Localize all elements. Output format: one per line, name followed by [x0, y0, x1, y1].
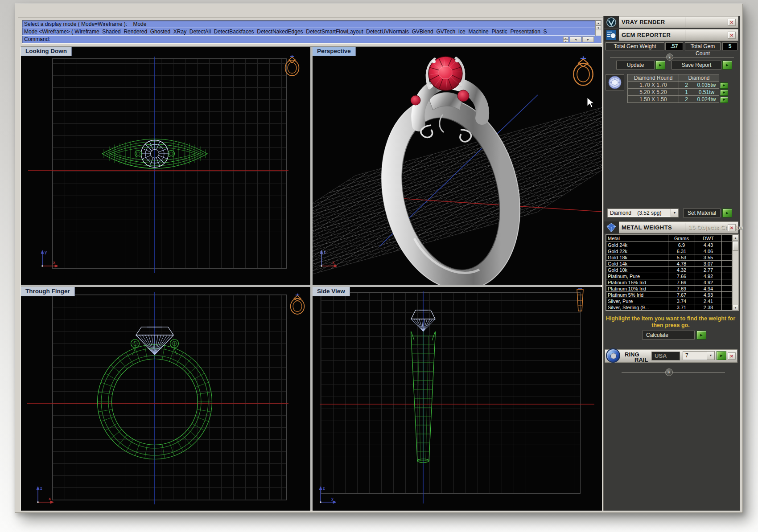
app-window: Select a display mode ( Mode=Wireframe )… [15, 4, 743, 513]
gem-count: 2 [679, 96, 694, 103]
vray-render-title: VRAY RENDER [619, 19, 665, 25]
gem-row-go-icon[interactable]: ► [720, 97, 728, 103]
metal-weights-row[interactable]: Platinum 5% Irid7.674.93 [606, 292, 732, 298]
metal-weights-row[interactable]: Gold 24k6.94.43 [606, 242, 732, 248]
vray-render-header: VRAY RENDER ✕ [604, 16, 738, 28]
command-area[interactable]: Select a display mode ( Mode=Wireframe )… [22, 20, 601, 43]
gem-table-row[interactable]: 1.70 X 1.7020.035tw► [628, 82, 729, 89]
svg-text:z: z [323, 486, 325, 491]
command-spinner[interactable]: ▲ ▼ [563, 37, 569, 42]
command-scrollbar[interactable]: ▲ ▼ [595, 20, 601, 36]
material-select-value: Diamond (3.52 spg) [608, 209, 671, 217]
total-gem-count-label: Total Gem Count [685, 42, 721, 50]
scroll-left-icon[interactable]: ◄ [570, 37, 581, 42]
viewport-label-looking-down[interactable]: Looking Down [21, 47, 72, 56]
vray-close-icon[interactable]: ✕ [728, 19, 736, 26]
metal-weights-row[interactable]: Silver, Pure3.742.41 [606, 298, 732, 304]
viewport-looking-down[interactable]: yx Looking Down [21, 47, 310, 285]
calculate-button[interactable]: Calculate [642, 331, 695, 340]
gem-reporter-title: GEM REPORTER [619, 32, 671, 38]
calculate-go-icon[interactable]: ► [696, 331, 706, 340]
collapse-toggle-icon[interactable]: ▲ [666, 53, 673, 61]
svg-text:z: z [324, 250, 326, 254]
gem-table-row[interactable]: 1.50 X 1.5020.024tw► [628, 96, 729, 103]
gem-reporter-close-icon[interactable]: ✕ [728, 32, 736, 39]
gem-weight: 0.024tw [694, 96, 719, 103]
wireframe-side-view: zy [313, 287, 602, 511]
viewport-perspective[interactable]: zx Perspective [313, 47, 602, 285]
save-report-go-icon[interactable]: ► [722, 61, 732, 70]
diamond-preview-icon [606, 74, 624, 90]
update-go-icon[interactable]: ► [655, 61, 665, 70]
scroll-right-icon[interactable]: ► [582, 37, 594, 42]
save-report-button[interactable]: Save Report [671, 61, 721, 70]
scrollbar-thumb[interactable] [733, 241, 738, 251]
view-ring-icon [285, 55, 299, 76]
svg-text:z: z [40, 486, 42, 491]
metal-weights-close-icon[interactable]: ✕ [728, 224, 736, 231]
metal-weights-table: Metal Grams DWT Gold 24k6.94.43Gold 22k6… [606, 235, 732, 311]
axis-indicator: zy [319, 486, 336, 503]
svg-text:x: x [332, 260, 334, 265]
side-gem-right [457, 90, 469, 102]
metal-weights-row[interactable]: Silver, Sterling (9...3.712.38 [606, 304, 732, 311]
command-history-line: Select a display mode ( Mode=Wireframe )… [22, 20, 601, 28]
ring-rail-icon [606, 348, 620, 363]
metal-table-scrollbar[interactable]: ▲ ▼ [732, 234, 739, 311]
viewport-label-side-view[interactable]: Side View [313, 287, 350, 296]
chevron-down-icon[interactable]: ▼ [707, 352, 714, 360]
viewport-side-view[interactable]: zy Side View [313, 287, 602, 511]
command-prompt[interactable]: Command: [22, 36, 601, 43]
gem-col-header-type: Diamond [679, 74, 719, 82]
ring-size-select[interactable]: 7 ▼ [683, 351, 715, 360]
screen: { "command": { "line1": "Select a displa… [0, 0, 758, 532]
ring-rail-close-icon[interactable]: ✕ [728, 352, 736, 360]
ring-size-value: 7 [683, 352, 707, 360]
metal-weights-row[interactable]: Gold 10k4.322.77 [606, 267, 732, 273]
metal-weights-row[interactable]: Platinum 15% Irid7.664.92 [606, 279, 732, 286]
gem-count: 2 [679, 82, 694, 89]
axis-indicator: yx [41, 250, 58, 267]
metal-weights-row[interactable]: Gold 18k5.533.55 [606, 254, 732, 261]
metal-weights-row[interactable]: Platinum, Pure7.664.92 [606, 273, 732, 279]
command-horizontal-controls[interactable]: ▲ ▼ ◄ ► [563, 37, 594, 42]
ring-rail-go-icon[interactable]: ► [717, 351, 726, 360]
gem-col-header-size: Diamond Round [628, 74, 679, 82]
metal-weights-row[interactable]: Platinum 10% Irid7.694.94 [606, 286, 732, 292]
scroll-down-icon[interactable]: ▼ [596, 25, 601, 30]
gem-row-go-icon[interactable]: ► [720, 82, 728, 89]
view-cone-icon [577, 288, 583, 311]
set-material-go-icon[interactable]: ► [722, 209, 732, 217]
command-options-line[interactable]: Mode <Wireframe> ( Wireframe Shaded Rend… [22, 28, 601, 36]
gem-table-row[interactable]: 5.20 X 5.2010.51tw► [628, 89, 729, 96]
update-button[interactable]: Update [616, 61, 655, 70]
gem-size: 1.50 X 1.50 [628, 96, 679, 103]
metal-weights-row[interactable]: Gold 22k6.314.06 [606, 248, 732, 254]
ring-size-slider-handle[interactable]: ▼ [665, 368, 673, 376]
scroll-up-icon[interactable]: ▲ [596, 20, 601, 25]
view-ring-icon [573, 56, 593, 85]
material-select[interactable]: Diamond (3.52 spg) ▼ [607, 209, 679, 217]
set-material-button[interactable]: Set Material [683, 209, 721, 217]
metal-weights-row[interactable]: Gold 14k4.783.07 [606, 261, 732, 267]
svg-text:y: y [331, 496, 334, 501]
viewport-label-perspective[interactable]: Perspective [313, 47, 356, 56]
metal-weights-row[interactable]: Silver, Coin (900)3.692.37 [606, 311, 732, 311]
gem-row-go-icon[interactable]: ► [720, 90, 728, 96]
view-ring-icon [291, 294, 305, 314]
gem-count: 1 [679, 89, 694, 96]
scroll-up-icon[interactable]: ▲ [733, 235, 738, 241]
ring-rail-region-field[interactable]: USA [651, 352, 680, 360]
ring-size-slider-track[interactable] [622, 372, 725, 372]
gem-size: 5.20 X 5.20 [628, 89, 679, 96]
ring-rail-header: RING RAIL USA 7 ▼ ► ✕ [605, 349, 737, 363]
viewport-through-finger[interactable]: zx Through Finger [21, 287, 310, 511]
scroll-down-icon[interactable]: ▼ [733, 305, 738, 311]
total-gem-weight-label: Total Gem Weight [606, 42, 664, 50]
viewport-area: yx Looking Down [21, 46, 601, 510]
spin-down-icon[interactable]: ▼ [563, 40, 568, 43]
metal-weights-title: METAL WEIGHTS [619, 224, 672, 231]
viewport-label-through-finger[interactable]: Through Finger [21, 287, 75, 296]
gem-weight: 0.035tw [694, 82, 719, 89]
chevron-down-icon[interactable]: ▼ [671, 209, 678, 217]
